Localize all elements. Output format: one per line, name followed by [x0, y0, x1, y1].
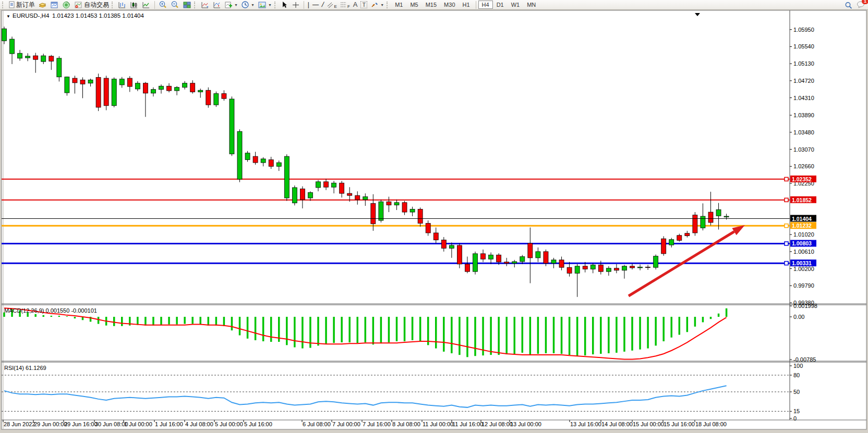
svg-text:1.00200: 1.00200	[793, 266, 814, 272]
fibonacci-icon-letter: F	[347, 4, 350, 9]
search-icon[interactable]	[845, 2, 852, 9]
svg-text:-0.00785: -0.00785	[793, 356, 816, 363]
tile-windows-button[interactable]	[181, 1, 193, 9]
indicator-window-button[interactable]	[199, 1, 211, 9]
time-axis[interactable]: 28 Jun 202229 Jun 00:0029 Jun 16:0030 Ju…	[3, 420, 727, 427]
svg-text:1.00610: 1.00610	[793, 249, 814, 255]
svg-text:1.03890: 1.03890	[793, 112, 814, 118]
channel-icon-letter: E	[334, 4, 337, 9]
svg-text:1.05130: 1.05130	[793, 60, 814, 67]
toolbar-grip	[2, 2, 5, 8]
dropdown-icon: ▼	[268, 3, 272, 7]
svg-text:11 Jul 16:00: 11 Jul 16:00	[452, 421, 483, 427]
svg-text:▼: ▼	[6, 14, 10, 19]
text-label-tool-button[interactable]: T	[359, 1, 369, 9]
text-tool-icon: A	[353, 2, 358, 8]
arrows-icon	[370, 1, 379, 9]
autotrade-icon	[74, 1, 83, 9]
indicator-list-button[interactable]	[211, 1, 223, 9]
notifications-button[interactable]: 1	[857, 1, 865, 10]
svg-text:6 Jul 08:00: 6 Jul 08:00	[303, 421, 331, 427]
text-tool-button[interactable]: A	[352, 1, 359, 9]
market-watch-icon	[38, 1, 47, 9]
navigator-button[interactable]	[61, 1, 73, 9]
indicator-list-icon	[212, 1, 221, 9]
svg-text:1.00331: 1.00331	[792, 260, 812, 266]
arrows-tool-button[interactable]: ▼	[369, 1, 385, 9]
svg-text:7 Jul 00:00: 7 Jul 00:00	[332, 421, 360, 427]
svg-text:1.01423 1.01453 1.01385 1.0140: 1.01423 1.01453 1.01385 1.01404	[52, 13, 144, 19]
periods-button[interactable]: ▼	[239, 1, 256, 9]
toolbar-grip	[194, 2, 197, 8]
zoom-in-button[interactable]	[157, 1, 169, 9]
svg-text:15 Jul 16:00: 15 Jul 16:00	[664, 421, 695, 427]
svg-text:EURUSD-,H4: EURUSD-,H4	[13, 13, 50, 19]
line-handle-1.00331[interactable]	[785, 262, 788, 265]
autotrade-label: 自动交易	[84, 1, 109, 9]
dropdown-icon: ▼	[234, 3, 238, 7]
data-window-button[interactable]	[49, 1, 61, 9]
new-order-label: 新订单	[16, 1, 35, 9]
svg-text:18 Jul 08:00: 18 Jul 08:00	[695, 421, 727, 427]
svg-text:100: 100	[793, 363, 803, 369]
channel-tool-button[interactable]: E	[326, 1, 339, 9]
timeframe-button-m1[interactable]: M1	[391, 1, 406, 9]
clock-icon	[241, 1, 249, 9]
bar-chart-mode-button[interactable]	[116, 1, 128, 9]
svg-text:14 Jul 08:00: 14 Jul 08:00	[601, 421, 633, 427]
market-watch-button[interactable]	[37, 1, 49, 9]
toolbar-grip	[112, 2, 114, 8]
new-order-button[interactable]: 新订单	[7, 1, 37, 9]
svg-text:1.03070: 1.03070	[793, 146, 814, 153]
notification-count-badge: 1	[862, 0, 868, 4]
navigator-icon	[62, 1, 71, 9]
svg-text:15 Jul 00:00: 15 Jul 00:00	[633, 421, 664, 427]
timeframe-button-w1[interactable]: W1	[508, 1, 524, 9]
timeframe-button-h4[interactable]: H4	[478, 1, 493, 9]
cursor-icon	[281, 1, 288, 9]
tile-windows-icon	[183, 1, 191, 9]
svg-text:7 Jul 16:00: 7 Jul 16:00	[363, 421, 391, 427]
fibonacci-icon	[340, 1, 346, 8]
svg-text:80: 80	[793, 372, 800, 378]
line-handle-1.00803[interactable]	[785, 242, 788, 245]
timeframe-button-m30[interactable]: M30	[440, 1, 459, 9]
template-icon	[258, 1, 267, 9]
toolbar-grip	[274, 2, 277, 8]
line-handle-1.01852[interactable]	[785, 198, 788, 202]
fibonacci-tool-button[interactable]: F	[339, 1, 352, 9]
line-handle-1.02352[interactable]	[785, 177, 788, 181]
zoom-out-button[interactable]	[169, 1, 181, 9]
new-chart-button[interactable]: ▼	[223, 1, 239, 9]
channel-icon	[327, 1, 333, 8]
line-chart-mode-button[interactable]	[140, 1, 152, 9]
timeframe-button-mn[interactable]: MN	[523, 1, 539, 9]
cursor-tool-button[interactable]	[279, 1, 290, 9]
vertical-line-tool-button[interactable]: |	[306, 1, 311, 9]
horizontal-line-tool-button[interactable]: —	[311, 1, 320, 9]
trendline-tool-button[interactable]: /	[320, 1, 326, 9]
svg-text:5 Jul 16:00: 5 Jul 16:00	[244, 421, 272, 427]
crosshair-tool-button[interactable]	[290, 1, 302, 9]
line-handle-1.01232[interactable]	[785, 224, 788, 228]
timeframe-button-m5[interactable]: M5	[406, 1, 421, 9]
text-label-icon: T	[360, 1, 367, 8]
template-button[interactable]: ▼	[256, 1, 273, 9]
svg-text:1.02660: 1.02660	[793, 163, 814, 169]
macd-label: MACD(12,26,9) 0.001550 -0.000101	[4, 307, 97, 314]
chart-canvas[interactable]: 1.059501.055401.051301.047201.043101.038…	[0, 10, 868, 433]
line-chart-icon	[142, 1, 151, 9]
timeframe-button-d1[interactable]: D1	[493, 1, 508, 9]
svg-text:0.001998: 0.001998	[793, 303, 817, 309]
vertical-line-icon: |	[308, 2, 309, 8]
candle-chart-icon	[130, 1, 139, 9]
timeframe-button-m15[interactable]: M15	[422, 1, 440, 9]
svg-text:28 Jun 2022: 28 Jun 2022	[4, 421, 35, 427]
svg-text:1.02352: 1.02352	[792, 176, 812, 182]
indicator-window-icon	[200, 1, 209, 9]
svg-text:29 Jun 16:00: 29 Jun 16:00	[64, 421, 98, 427]
timeframe-button-h1[interactable]: H1	[459, 1, 474, 9]
svg-text:1.04720: 1.04720	[793, 78, 814, 84]
candle-chart-mode-button[interactable]	[128, 1, 140, 9]
autotrade-button[interactable]: 自动交易	[73, 1, 111, 9]
